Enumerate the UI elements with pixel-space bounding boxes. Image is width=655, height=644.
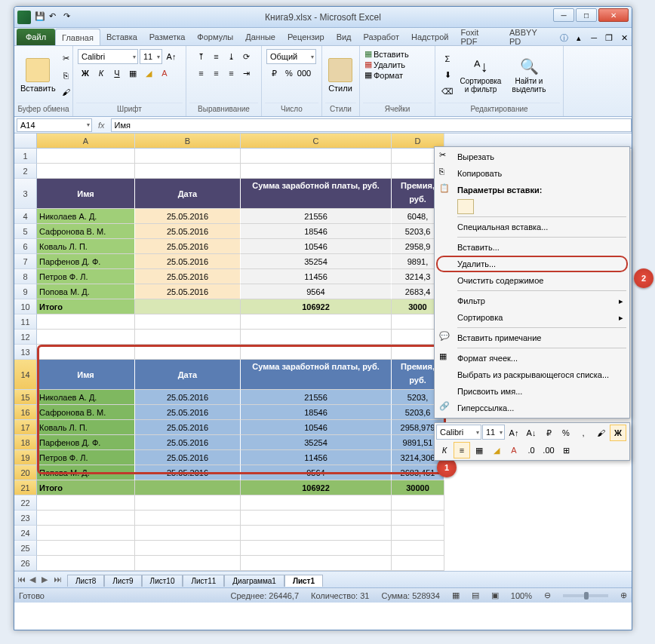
tab-home[interactable]: Главная	[55, 29, 100, 45]
tab-addins[interactable]: Надстрой	[405, 29, 454, 45]
view-pagebreak-icon[interactable]: ▣	[491, 590, 499, 600]
cells-delete-button[interactable]: ▦Удалить	[364, 60, 430, 69]
mini-grow-icon[interactable]: A↑	[506, 425, 522, 441]
find-select-button[interactable]: 🔍 Найти и выделить	[506, 56, 552, 95]
cell[interactable]	[37, 495, 135, 511]
cell[interactable]: Сафронова В. М.	[37, 224, 135, 239]
mini-percent-icon[interactable]: %	[558, 425, 574, 441]
cell[interactable]	[241, 345, 392, 360]
cell[interactable]: 25.05.2016	[135, 405, 241, 420]
select-all-corner[interactable]	[14, 133, 37, 148]
ctx-hyperlink[interactable]: 🔗Гиперссылка...	[436, 400, 628, 416]
cell[interactable]: 25.05.2016	[135, 209, 241, 224]
indent-icon[interactable]: ⇥	[239, 66, 254, 81]
name-box[interactable]: A14	[17, 118, 92, 132]
cell[interactable]	[241, 556, 392, 571]
help-icon[interactable]: ⓘ	[557, 30, 572, 45]
align-left-icon[interactable]: ≡	[194, 66, 209, 81]
tab-review[interactable]: Рецензир	[281, 29, 331, 45]
cell[interactable]: Парфенов Д. Ф.	[37, 435, 135, 450]
cell[interactable]	[241, 495, 392, 511]
cell[interactable]	[135, 345, 241, 360]
cell[interactable]	[135, 314, 241, 330]
tab-insert[interactable]: Вставка	[100, 29, 143, 45]
row-header[interactable]: 12	[14, 330, 37, 345]
col-header-a[interactable]: A	[37, 133, 135, 148]
cells-insert-button[interactable]: ▦Вставить	[364, 49, 430, 59]
cell[interactable]: 9564	[241, 465, 392, 480]
cell[interactable]	[135, 480, 241, 495]
font-color-icon[interactable]: A	[157, 66, 172, 81]
format-painter-icon[interactable]: 🖌	[59, 84, 74, 100]
cell[interactable]: 11456	[241, 269, 392, 284]
cell[interactable]	[241, 314, 392, 330]
sheet-tab[interactable]: Лист9	[104, 575, 141, 587]
tab-nav-first-icon[interactable]: ⏮	[17, 575, 28, 585]
bold-button[interactable]: Ж	[78, 66, 93, 81]
cell[interactable]	[135, 495, 241, 511]
row-header[interactable]: 5	[14, 224, 37, 239]
cell[interactable]	[392, 556, 444, 571]
mini-dec-dec-icon[interactable]: .00	[540, 442, 557, 458]
row-header[interactable]: 25	[14, 541, 37, 556]
fill-icon[interactable]: ⬇	[440, 68, 455, 83]
cell[interactable]	[37, 345, 135, 360]
comma-icon[interactable]: 000	[297, 66, 312, 81]
tab-nav-last-icon[interactable]: ⏭	[54, 575, 64, 585]
cell[interactable]: 10546	[241, 420, 392, 435]
fx-icon[interactable]: fx	[98, 121, 105, 130]
cell[interactable]: 30000	[392, 480, 444, 495]
align-top-icon[interactable]: ⤒	[194, 49, 209, 64]
tab-abbyy[interactable]: ABBYY PD	[503, 29, 557, 45]
maximize-button[interactable]: □	[576, 8, 597, 22]
cell[interactable]: Попова М. Д.	[37, 465, 135, 480]
cell[interactable]: 11456	[241, 450, 392, 465]
tab-foxit[interactable]: Foxit PDF	[454, 29, 503, 45]
ctx-define-name[interactable]: Присвоить имя...	[436, 383, 628, 400]
cell[interactable]	[135, 330, 241, 345]
ctx-sort[interactable]: Сортировка▸	[436, 309, 628, 326]
cell[interactable]: 18546	[241, 405, 392, 420]
sheet-tab[interactable]: Диаграмма1	[224, 575, 284, 587]
mini-size-combo[interactable]: 11	[482, 425, 505, 440]
cell[interactable]	[241, 541, 392, 556]
cell[interactable]: Коваль Л. П.	[37, 239, 135, 254]
tab-formulas[interactable]: Формулы	[191, 29, 239, 45]
cell[interactable]	[392, 526, 444, 541]
zoom-in-icon[interactable]: ⊕	[620, 590, 627, 600]
cell[interactable]	[135, 299, 241, 314]
cell[interactable]: 25.05.2016	[135, 224, 241, 239]
ctx-format-cells[interactable]: ▦Формат ячеек...	[436, 350, 628, 366]
sort-filter-button[interactable]: ᴬ↓ Сортировка и фильтр	[457, 56, 505, 95]
mini-comma-icon[interactable]: ,	[575, 425, 592, 441]
cell[interactable]	[241, 164, 392, 179]
cell[interactable]	[392, 495, 444, 511]
row-header[interactable]: 8	[14, 269, 37, 284]
cell[interactable]: 18546	[241, 224, 392, 239]
mini-format-painter-icon[interactable]: 🖌	[592, 425, 609, 441]
row-header[interactable]: 4	[14, 209, 37, 224]
row-header[interactable]: 1	[14, 149, 37, 164]
cell[interactable]	[241, 149, 392, 164]
ctx-insert[interactable]: Вставить...	[436, 239, 628, 256]
cell[interactable]: 35254	[241, 254, 392, 269]
cell[interactable]	[37, 511, 135, 526]
close-button[interactable]: ✕	[598, 8, 629, 22]
mini-center-button[interactable]: ≡	[454, 442, 470, 458]
cell[interactable]: 25.05.2016	[135, 465, 241, 480]
minimize-ribbon-icon[interactable]: ▴	[571, 30, 586, 45]
row-header[interactable]: 20	[14, 465, 37, 480]
mini-bold-button[interactable]: Ж	[610, 425, 626, 441]
cell[interactable]	[37, 164, 135, 179]
border-icon[interactable]: ▦	[125, 66, 140, 81]
cell[interactable]: Петров Ф. Л.	[37, 269, 135, 284]
ctx-pick-list[interactable]: Выбрать из раскрывающегося списка...	[436, 366, 628, 383]
table-header[interactable]: Дата	[135, 360, 241, 390]
tab-data[interactable]: Данные	[239, 29, 281, 45]
paste-button[interactable]: Вставить	[19, 57, 57, 94]
align-bottom-icon[interactable]: ⤓	[224, 49, 239, 64]
cell[interactable]: Николаев А. Д.	[37, 209, 135, 224]
cell[interactable]: 25.05.2016	[135, 420, 241, 435]
table-header[interactable]: Сумма заработной платы, руб.	[241, 360, 392, 390]
row-header[interactable]: 10	[14, 299, 37, 314]
